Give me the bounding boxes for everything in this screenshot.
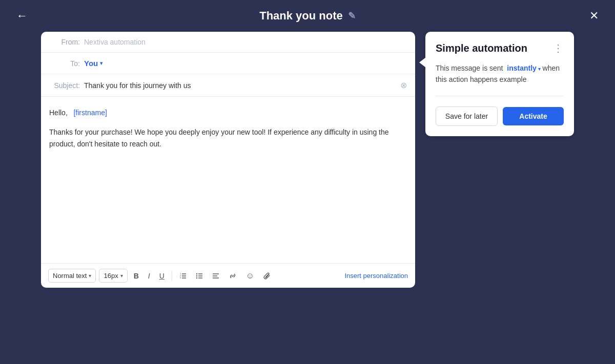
activate-button[interactable]: Activate bbox=[503, 107, 564, 125]
ordered-list-button[interactable]: 1 2 3 bbox=[176, 270, 190, 282]
page-title-text: Thank you note bbox=[259, 9, 343, 23]
underline-button[interactable]: U bbox=[156, 270, 168, 282]
from-value: Nextiva automation bbox=[84, 38, 407, 46]
subject-label: Subject: bbox=[49, 81, 80, 90]
insert-personalization-button[interactable]: Insert personalization bbox=[344, 272, 408, 280]
clear-subject-icon[interactable]: ⊗ bbox=[400, 80, 407, 90]
link-button[interactable] bbox=[225, 270, 240, 282]
page-title: Thank you note ✎ bbox=[259, 9, 356, 23]
text-style-caret: ▾ bbox=[89, 273, 91, 279]
italic-button[interactable]: I bbox=[145, 270, 153, 282]
subject-field: Subject: ⊗ bbox=[41, 74, 415, 97]
text-style-value: Normal text bbox=[53, 272, 87, 280]
page-header: ← Thank you note ✎ ✕ bbox=[0, 0, 615, 32]
email-body-text: Thanks for your purchase! We hope you de… bbox=[49, 126, 407, 149]
from-label: From: bbox=[49, 38, 80, 46]
link-icon bbox=[229, 272, 237, 280]
automation-panel: Simple automation ⋮ This message is sent… bbox=[425, 32, 574, 136]
sent-timing-selector[interactable]: instantly bbox=[507, 64, 537, 72]
email-greeting: Hello, [firstname] bbox=[49, 107, 407, 118]
to-label: To: bbox=[49, 59, 80, 68]
svg-point-8 bbox=[196, 277, 197, 278]
greeting-text: Hello, bbox=[49, 109, 68, 117]
back-button[interactable]: ← bbox=[12, 7, 32, 25]
automation-card-header: Simple automation ⋮ bbox=[436, 42, 564, 54]
email-toolbar: Normal text ▾ 16px ▾ B I U 1 2 3 bbox=[41, 263, 415, 288]
description-prefix: This message is sent bbox=[436, 64, 503, 72]
font-size-select[interactable]: 16px ▾ bbox=[99, 269, 127, 283]
unordered-list-button[interactable] bbox=[193, 270, 206, 282]
unordered-list-icon bbox=[196, 272, 203, 280]
text-style-select[interactable]: Normal text ▾ bbox=[48, 269, 96, 283]
attachment-icon bbox=[263, 272, 271, 280]
timing-caret: ▾ bbox=[537, 66, 541, 72]
toolbar-divider-1 bbox=[172, 271, 172, 281]
svg-text:3: 3 bbox=[180, 276, 181, 279]
align-icon bbox=[212, 272, 219, 280]
email-composer-card: From: Nextiva automation To: You ▾ Subje… bbox=[41, 32, 415, 288]
to-recipient[interactable]: You ▾ bbox=[84, 59, 103, 68]
from-field: From: Nextiva automation bbox=[41, 32, 415, 53]
firstname-tag: [firstname] bbox=[73, 109, 107, 117]
automation-title: Simple automation bbox=[436, 42, 527, 54]
automation-description: This message is sent instantly ▾ when th… bbox=[436, 62, 564, 85]
main-content: From: Nextiva automation To: You ▾ Subje… bbox=[0, 32, 615, 364]
align-button[interactable] bbox=[209, 270, 222, 282]
edit-title-icon[interactable]: ✎ bbox=[348, 10, 356, 22]
font-size-caret: ▾ bbox=[120, 273, 123, 279]
save-later-button[interactable]: Save for later bbox=[436, 106, 498, 126]
emoji-button[interactable]: ☺ bbox=[243, 269, 257, 283]
ordered-list-icon: 1 2 3 bbox=[179, 272, 187, 280]
to-dropdown-icon[interactable]: ▾ bbox=[100, 60, 103, 67]
svg-point-6 bbox=[196, 273, 197, 274]
close-button[interactable]: ✕ bbox=[585, 7, 603, 25]
svg-point-7 bbox=[196, 275, 197, 276]
email-body[interactable]: Hello, [firstname] Thanks for your purch… bbox=[41, 97, 415, 263]
automation-divider bbox=[436, 96, 564, 96]
bold-button[interactable]: B bbox=[131, 270, 142, 282]
font-size-value: 16px bbox=[104, 272, 118, 280]
to-you-value: You bbox=[84, 59, 98, 68]
attachment-button[interactable] bbox=[260, 270, 274, 282]
more-options-button[interactable]: ⋮ bbox=[553, 42, 564, 54]
subject-input[interactable] bbox=[84, 81, 396, 90]
to-field: To: You ▾ bbox=[41, 53, 415, 74]
automation-actions: Save for later Activate bbox=[436, 106, 564, 126]
